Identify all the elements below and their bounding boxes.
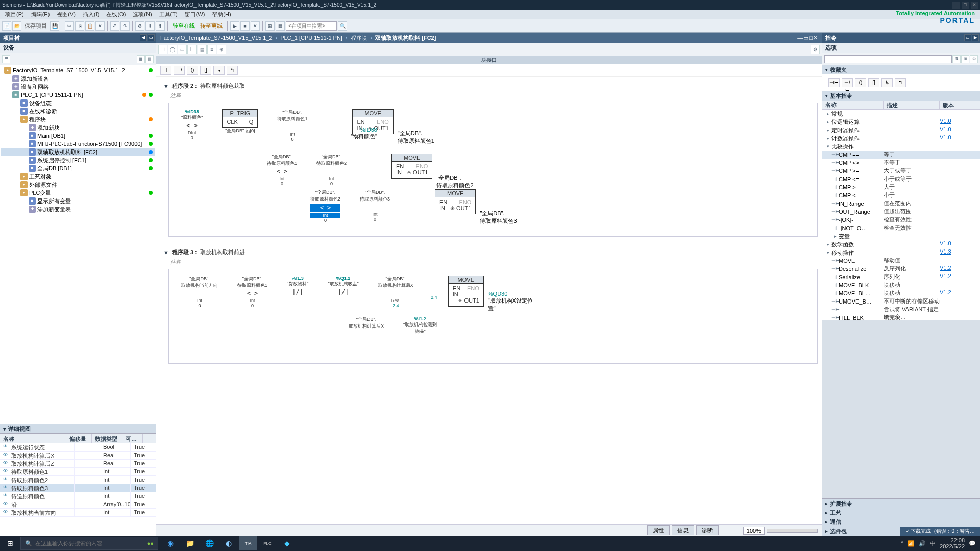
go-online-button[interactable]: 转至在线 [170,22,197,30]
open-icon[interactable]: 📂 [12,21,21,31]
tab-info[interactable]: 信息 [672,525,694,535]
instr-search-input[interactable] [824,55,952,63]
detail-row[interactable]: 👁 取放机构计算后X Real True [0,452,156,460]
instr-item[interactable]: ⊣⊢ 尝试将 VARIANT 指定给一个… [822,306,980,314]
rt-branch-close-icon[interactable]: ↰ [227,66,238,75]
menu-edit[interactable]: 编辑(E) [28,10,53,19]
instr-item[interactable]: ⊣⊢ Serialize 序列化 V1.2 [822,273,980,281]
zoom-level[interactable]: 100% [743,527,765,535]
fav-box-icon[interactable]: [] [868,78,879,87]
taskbar-search-input[interactable] [35,540,144,546]
app-tia-icon[interactable]: TIA [239,536,257,550]
stop-icon[interactable]: ■ [240,21,250,31]
detail-row[interactable]: 👁 沿 Array[0..10]… True [0,500,156,509]
instr-folder[interactable]: ▸ 变量 [822,232,980,240]
tree-item[interactable]: ■设备组态 [1,99,155,107]
collapse-left-icon[interactable]: ◀ [140,34,147,41]
bc-blocks[interactable]: 程序块 [351,34,368,42]
right-pin-icon[interactable]: ▭ [964,34,971,41]
system-tray[interactable]: ^ 📶 🔊 中 22:08 2022/5/22 💬 [901,537,980,549]
instr-folder[interactable]: ▸ 数学函数 V1.0 [822,240,980,248]
lad3-move[interactable]: MOVE ENENO IN ✳ OUT1 [448,276,484,307]
tab-diagnostics[interactable]: 诊断 [696,525,719,535]
rt-coil-icon[interactable]: () [187,66,198,75]
tree-item[interactable]: ■MHJ-PLC-Lab-Function-S71500 [FC9000] [1,140,155,148]
instr-item[interactable]: ⊣⊢ Deserialize 反序列化 V1.2 [822,265,980,273]
redo-icon[interactable]: ↷ [120,21,130,31]
instr-item[interactable]: ⊣⊢ UMOVE_B… 不可中断的存储区移动 [822,297,980,306]
layout-icon[interactable]: ▦ [276,21,285,31]
tree-item[interactable]: ▸工艺对象 [1,172,155,181]
app-generic-icon[interactable]: ◐ [219,536,238,550]
instr-item[interactable]: ⊣⊢ CMP <> 不等于 [822,159,980,167]
lad-compare-d2[interactable]: "全局DB". 待取原料颜色3 == Int 0 [360,189,390,222]
instr-filter1-icon[interactable]: ⇅ [952,55,961,63]
upload-icon[interactable]: ⬆ [156,21,165,31]
save-icon[interactable]: 💾 [50,21,59,31]
menu-window[interactable]: 窗口(W) [182,10,208,19]
undo-icon[interactable]: ↶ [110,21,119,31]
tree-item[interactable]: ✚添加新块 [1,123,155,132]
et-settings-icon[interactable]: ⚙ [811,45,820,54]
right-collapse-icon[interactable]: ▶ [972,34,979,41]
tree-item[interactable]: ▸外部源文件 [1,181,155,189]
lad-ptrig[interactable]: P_TRIG CLKQ "全局DB".沿[0] [222,109,258,134]
instr-item[interactable]: ⊣⊢ MOVE_BL… 块移动 V1.2 [822,289,980,297]
go-offline-button[interactable]: 转至离线 [198,22,225,30]
instr-folder[interactable]: ▸ 常规 [822,110,980,118]
instr-item[interactable]: ⊣⊢ CMP >= 大于或等于 [822,167,980,175]
et-contact-icon[interactable]: ⊣ [158,45,167,54]
search-icon[interactable]: 🔍 [338,21,347,31]
instr-item[interactable]: ⊣⊢ FILL_BLK 填充块 [822,314,980,320]
block-interface-bar[interactable]: 块接口 [156,56,822,64]
tree-filter-icon[interactable]: ☰ [2,55,10,63]
communication-section[interactable]: ▸通信 [822,517,980,527]
lad3-e3[interactable]: %I1.3 "货放物料" |/| [287,276,308,296]
close-button[interactable]: ✕ [971,2,978,9]
ladder-editor-canvas[interactable]: ▼ 程序段 2 : 待取原料颜色获取 注释 %ID38 "原料颜色" < > D… [156,77,822,524]
lad-move-2[interactable]: MOVE ENENO IN✳ OUT1 [391,154,432,179]
lad-compare-b[interactable]: "全局DB". 待取原料颜色1 == Int 0 [277,109,307,142]
lad3-e6[interactable]: "全局DB". 取放机构计算后X [349,316,384,330]
instr-item[interactable]: ⊣⊢ CMP <= 小于或等于 [822,175,980,183]
network-collapse-icon[interactable]: ▼ [163,83,169,89]
tree-item[interactable]: ■在线和诊断 [1,107,155,115]
fav-branch-icon[interactable]: ↳ [881,78,893,87]
instr-item[interactable]: ⊣⊢ OUT_Range 值超出范围 [822,208,980,216]
menu-options[interactable]: 选项(N) [130,10,155,19]
start-button[interactable]: ⊞ [0,536,20,551]
tab-properties[interactable]: 属性 [647,525,670,535]
lad3-e5[interactable]: "全局DB". 取放机构计算后X == Real 2.4 [378,276,413,308]
tree-view2-icon[interactable]: ▤ [145,55,154,63]
editor-float-icon[interactable]: ▭ [803,35,808,41]
editor-min-icon[interactable]: — [797,35,803,41]
rt-box-icon[interactable]: [] [200,66,211,75]
tree-view1-icon[interactable]: ▦ [137,55,145,63]
detail-col-name[interactable]: 名称 [0,434,66,443]
app-chrome-icon[interactable]: 🌐 [200,536,218,550]
sim-icon[interactable]: ▶ [230,21,239,31]
et-coil-icon[interactable]: ◯ [168,45,177,54]
x-icon[interactable]: ✕ [251,21,260,31]
instr-item[interactable]: ⊣⊢ CMP == 等于 [822,151,980,159]
lad3-e2[interactable]: "全局DB". 待取原料颜色1 < > Int 0 [237,276,267,308]
taskbar-clock[interactable]: 22:08 2022/5/22 [940,537,965,549]
lad3-e4[interactable]: %Q1.2 "取放机构吸盘" |/| [328,276,358,296]
tree-item[interactable]: ▸PLC变量 [1,189,155,197]
instr-item[interactable]: ⊣⊢ CMP < 小于 [822,191,980,199]
tree-item[interactable]: ■双轴取放机构取料 [FC2] [1,148,155,156]
maximize-button[interactable]: □ [962,2,969,9]
detail-row[interactable]: 👁 系统运行状态 Bool True [0,443,156,452]
detail-col-offset[interactable]: 偏移量 [66,434,92,443]
app-other-icon[interactable]: ◆ [278,536,296,550]
menu-view[interactable]: 视图(V) [54,10,79,19]
et-box-icon[interactable]: ▭ [178,45,187,54]
technology-section[interactable]: ▸工艺 [822,508,980,517]
rt-contact-no-icon[interactable]: ⊣⊢ [160,66,172,75]
pin-left-icon[interactable]: ▭ [148,34,155,41]
instr-item[interactable]: ⊣⊢ CMP > 大于 [822,183,980,191]
et-zoom-icon[interactable]: ⊕ [217,45,226,54]
basic-instructions-section[interactable]: ▾基本指令 [822,91,980,101]
tree-item[interactable]: ▸程序块 [1,115,155,123]
bc-plc[interactable]: PLC_1 [CPU 1511-1 PN] [280,35,342,41]
